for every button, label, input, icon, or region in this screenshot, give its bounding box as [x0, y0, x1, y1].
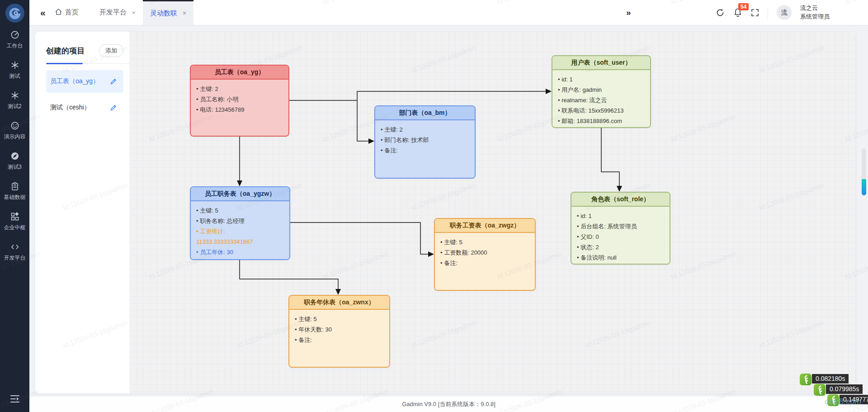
- sidebar-item-5[interactable]: 基础数据: [4, 182, 26, 201]
- arrowhead-icon: [368, 138, 374, 144]
- er-table-body: • id: 1• 后台组名: 系统管理员• 父ID: 0• 状态: 2• 备注说…: [571, 207, 670, 264]
- tab-lingdong-shulian[interactable]: 灵动数联 ×: [143, 0, 193, 25]
- menu-fold-icon[interactable]: [10, 395, 20, 405]
- asterisk-icon: [10, 61, 19, 70]
- er-table-soft_role[interactable]: 角色表（soft_role）• id: 1• 后台组名: 系统管理员• 父ID:…: [571, 192, 670, 265]
- tab-label: 开发平台: [99, 8, 127, 17]
- tab-home[interactable]: 首页: [55, 8, 79, 17]
- notification-bell-icon[interactable]: 54: [733, 8, 742, 17]
- sidebar-item-3[interactable]: 演示内容: [4, 121, 26, 141]
- divider: [768, 7, 768, 19]
- er-table-soft_user[interactable]: 用户表（soft_user）• id: 1• 用户名: gadmin• real…: [552, 55, 651, 128]
- sidebar-item-7[interactable]: 开发平台: [4, 242, 26, 262]
- bullet: •: [558, 97, 561, 104]
- perf-time: 0.082180s: [812, 374, 849, 384]
- scrollbar[interactable]: [862, 148, 866, 195]
- er-field: • id: 1: [558, 74, 645, 85]
- bullet: •: [196, 96, 200, 103]
- main-column: « 首页 开发平台 × 灵动数联 × » 54: [29, 0, 868, 412]
- topbar: « 首页 开发平台 × 灵动数联 × » 54: [29, 0, 868, 25]
- bullet: •: [196, 218, 200, 224]
- er-field: • id: 1: [577, 211, 664, 221]
- sidebar-item-label: 演示内容: [4, 133, 26, 141]
- sidebar-item-label: 工作台: [7, 42, 23, 50]
- add-project-button[interactable]: 添加: [99, 44, 123, 57]
- footer-version-text: Gadmin V9.0 [当前系统版本：9.0.8]: [29, 397, 868, 412]
- er-edge-oa_yg-oa_bm: [357, 100, 370, 141]
- er-field: • 主键: 5: [295, 314, 384, 324]
- er-table-oa_zwnx[interactable]: 职务年休表（oa_zwnx）• 主键: 5• 年休天数: 30• 备注:: [288, 295, 390, 368]
- code-icon: [10, 242, 19, 251]
- arrowhead-icon: [617, 186, 622, 192]
- close-tab-icon[interactable]: ×: [132, 9, 136, 16]
- er-field: • 父ID: 0: [577, 232, 664, 242]
- clipboard-icon: [10, 182, 19, 191]
- er-field: • 主键: 5: [196, 205, 284, 216]
- er-edge-soft_user-soft_role: [601, 128, 619, 188]
- er-table-oa_yg[interactable]: 员工表（oa_yg）• 主键: 2• 员工名称: 小明• 电话: 1234567…: [190, 65, 289, 137]
- bullet: •: [381, 126, 384, 133]
- app-logo-icon[interactable]: [5, 3, 25, 23]
- scrollbar-thumb[interactable]: [862, 179, 866, 195]
- user-info[interactable]: 流之云 系统管理员: [800, 4, 830, 20]
- er-table-oa_zwgz[interactable]: 职务工资表（oa_zwgz）• 主键: 5• 工资数额: 20000• 备注:: [434, 218, 536, 291]
- project-list: 员工表（oa_yg）测试（ceshi）: [46, 70, 123, 119]
- refresh-icon[interactable]: [716, 8, 725, 17]
- sidebar-item-label: 测试3: [8, 163, 22, 171]
- content-container: 创建的项目 添加 员工表（oa_yg）测试（ceshi） 员工表（oa_yg）•…: [35, 32, 856, 393]
- sidebar-item-0[interactable]: 工作台: [7, 30, 23, 50]
- bullet: •: [577, 254, 580, 261]
- er-table-title: 职务年休表（oa_zwnx）: [289, 296, 389, 310]
- thinkphp-logo-icon: [827, 394, 840, 407]
- er-diagram-canvas[interactable]: 员工表（oa_yg）• 主键: 2• 员工名称: 小明• 电话: 1234567…: [130, 32, 856, 393]
- er-table-oa_ygzw[interactable]: 员工职务表（oa_ygzw）• 主键: 5• 职务名称: 总经理• 工资统计:1…: [190, 186, 290, 260]
- sidebar-item-2[interactable]: 测试2: [8, 91, 22, 110]
- sidebar-item-label: 开发平台: [4, 254, 26, 262]
- tab-dev-platform[interactable]: 开发平台 ×: [92, 0, 143, 25]
- sidebar-item-6[interactable]: 企业中枢: [4, 212, 26, 232]
- sidebar-item-label: 测试: [9, 72, 20, 80]
- er-field: • 备注:: [381, 145, 469, 156]
- er-field: • 员工名称: 小明: [196, 94, 283, 104]
- er-field: • 主键: 5: [440, 237, 529, 247]
- bullet: •: [577, 244, 580, 251]
- sidebar-item-1[interactable]: 测试: [9, 61, 20, 80]
- er-table-title: 用户表（soft_user）: [552, 56, 650, 70]
- fullscreen-icon[interactable]: [751, 9, 759, 17]
- er-field: • 工资数额: 20000: [440, 247, 529, 258]
- divider: [46, 63, 130, 64]
- er-field: • 年休天数: 30: [295, 324, 384, 335]
- collapse-sidebar-icon[interactable]: «: [40, 7, 46, 18]
- topbar-actions: 54 流 流之云 系统管理员: [716, 0, 830, 25]
- perf-time: 0.079985s: [826, 384, 863, 394]
- bullet: •: [440, 260, 444, 266]
- expand-tabs-icon[interactable]: »: [626, 8, 631, 18]
- arrowhead-icon: [237, 180, 242, 186]
- workspace: 创建的项目 添加 员工表（oa_yg）测试（ceshi） 员工表（oa_yg）•…: [29, 25, 868, 412]
- user-name: 流之云: [800, 4, 830, 12]
- edit-pencil-icon[interactable]: [110, 104, 117, 111]
- close-tab-icon[interactable]: ×: [183, 9, 186, 17]
- bullet: •: [577, 223, 580, 230]
- er-field: • 备注说明: null: [577, 252, 664, 263]
- er-field: • 主键: 2: [196, 84, 283, 94]
- er-field: • 联系电话: 15xx5996213: [558, 105, 645, 116]
- dashboard-icon: [10, 30, 19, 39]
- project-item-0[interactable]: 员工表（oa_yg）: [46, 70, 123, 93]
- er-field: • realname: 流之云: [558, 95, 645, 105]
- er-table-title: 员工表（oa_yg）: [191, 66, 288, 80]
- arrowhead-icon: [546, 89, 552, 94]
- er-table-body: • 主键: 5• 职务名称: 总经理• 工资统计:11333.333333341…: [191, 201, 289, 259]
- project-item-1[interactable]: 测试（ceshi）: [46, 96, 123, 119]
- er-table-oa_bm[interactable]: 部门表（oa_bm）• 主键: 2• 部门名称: 技术部• 备注:: [374, 105, 476, 179]
- sidebar-item-4[interactable]: 测试3: [8, 152, 22, 171]
- er-field: 11333.333333341667: [196, 237, 284, 247]
- edit-pencil-icon[interactable]: [110, 78, 117, 85]
- avatar[interactable]: 流: [777, 5, 792, 20]
- sidebar-item-label: 企业中枢: [4, 224, 26, 232]
- grid-icon: [10, 212, 19, 221]
- sidebar: 工作台测试测试2演示内容测试3基础数据企业中枢开发平台: [0, 0, 29, 412]
- arrowhead-icon: [335, 289, 341, 295]
- er-table-title: 角色表（soft_role）: [571, 193, 670, 207]
- er-edge-oa_yg-soft_user: [289, 91, 547, 100]
